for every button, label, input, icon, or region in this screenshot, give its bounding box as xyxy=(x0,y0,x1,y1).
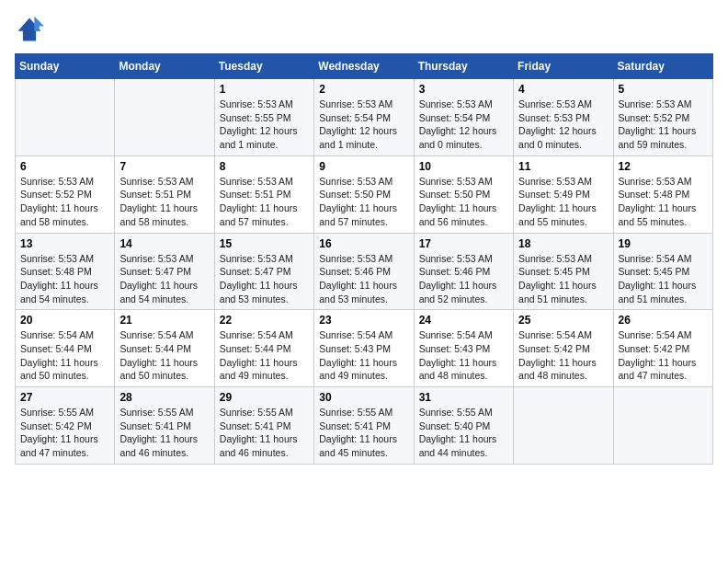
day-info: Sunrise: 5:54 AM Sunset: 5:44 PM Dayligh… xyxy=(119,328,209,383)
day-info: Sunrise: 5:53 AM Sunset: 5:46 PM Dayligh… xyxy=(419,252,508,306)
calendar-cell: 20Sunrise: 5:54 AM Sunset: 5:44 PM Dayli… xyxy=(16,310,115,387)
calendar-cell: 21Sunrise: 5:54 AM Sunset: 5:44 PM Dayli… xyxy=(115,310,214,387)
day-info: Sunrise: 5:55 AM Sunset: 5:42 PM Dayligh… xyxy=(20,406,109,460)
weekday-header: Thursday xyxy=(414,54,513,79)
calendar-cell: 24Sunrise: 5:54 AM Sunset: 5:43 PM Dayli… xyxy=(414,310,513,387)
day-number: 11 xyxy=(518,160,608,173)
day-info: Sunrise: 5:53 AM Sunset: 5:45 PM Dayligh… xyxy=(518,252,608,306)
day-number: 22 xyxy=(220,314,309,327)
calendar-cell: 11Sunrise: 5:53 AM Sunset: 5:49 PM Dayli… xyxy=(514,155,613,233)
calendar-cell: 13Sunrise: 5:53 AM Sunset: 5:48 PM Dayli… xyxy=(16,233,115,310)
calendar-cell: 16Sunrise: 5:53 AM Sunset: 5:46 PM Dayli… xyxy=(314,233,414,310)
calendar-cell: 9Sunrise: 5:53 AM Sunset: 5:50 PM Daylig… xyxy=(314,155,414,233)
day-number: 13 xyxy=(20,237,109,250)
day-number: 1 xyxy=(220,83,309,96)
calendar-week-row: 20Sunrise: 5:54 AM Sunset: 5:44 PM Dayli… xyxy=(16,310,713,387)
weekday-header: Wednesday xyxy=(314,54,414,79)
day-number: 25 xyxy=(518,314,608,327)
day-info: Sunrise: 5:53 AM Sunset: 5:51 PM Dayligh… xyxy=(220,175,309,229)
day-info: Sunrise: 5:53 AM Sunset: 5:54 PM Dayligh… xyxy=(419,98,508,152)
calendar-cell: 7Sunrise: 5:53 AM Sunset: 5:51 PM Daylig… xyxy=(115,155,214,233)
calendar-cell xyxy=(514,387,613,465)
calendar-cell: 19Sunrise: 5:54 AM Sunset: 5:45 PM Dayli… xyxy=(613,233,712,310)
logo-icon xyxy=(15,15,44,44)
day-info: Sunrise: 5:55 AM Sunset: 5:40 PM Dayligh… xyxy=(419,406,508,460)
day-number: 8 xyxy=(220,160,309,173)
day-info: Sunrise: 5:54 AM Sunset: 5:45 PM Dayligh… xyxy=(619,252,708,306)
day-number: 2 xyxy=(319,83,408,96)
day-info: Sunrise: 5:53 AM Sunset: 5:46 PM Dayligh… xyxy=(319,252,408,306)
calendar-week-row: 1Sunrise: 5:53 AM Sunset: 5:55 PM Daylig… xyxy=(16,79,713,156)
svg-marker-1 xyxy=(34,17,44,31)
day-number: 4 xyxy=(518,83,608,96)
day-number: 14 xyxy=(119,237,209,250)
logo xyxy=(15,15,48,44)
day-info: Sunrise: 5:53 AM Sunset: 5:52 PM Dayligh… xyxy=(20,175,109,229)
day-number: 28 xyxy=(119,391,209,404)
day-number: 6 xyxy=(20,160,109,173)
day-info: Sunrise: 5:54 AM Sunset: 5:43 PM Dayligh… xyxy=(419,328,508,383)
calendar-cell: 30Sunrise: 5:55 AM Sunset: 5:41 PM Dayli… xyxy=(314,387,414,465)
calendar-cell: 26Sunrise: 5:54 AM Sunset: 5:42 PM Dayli… xyxy=(613,310,712,387)
calendar-cell: 4Sunrise: 5:53 AM Sunset: 5:53 PM Daylig… xyxy=(514,79,613,156)
calendar-cell: 29Sunrise: 5:55 AM Sunset: 5:41 PM Dayli… xyxy=(214,387,313,465)
day-info: Sunrise: 5:54 AM Sunset: 5:42 PM Dayligh… xyxy=(619,328,708,383)
day-number: 15 xyxy=(220,237,309,250)
day-info: Sunrise: 5:53 AM Sunset: 5:47 PM Dayligh… xyxy=(220,252,309,306)
calendar-cell xyxy=(16,79,115,156)
calendar-week-row: 13Sunrise: 5:53 AM Sunset: 5:48 PM Dayli… xyxy=(16,233,713,310)
calendar-cell: 8Sunrise: 5:53 AM Sunset: 5:51 PM Daylig… xyxy=(214,155,313,233)
day-number: 26 xyxy=(619,314,708,327)
page-header xyxy=(15,15,713,44)
day-number: 12 xyxy=(619,160,708,173)
calendar-cell xyxy=(115,79,214,156)
calendar-week-row: 6Sunrise: 5:53 AM Sunset: 5:52 PM Daylig… xyxy=(16,155,713,233)
day-info: Sunrise: 5:54 AM Sunset: 5:44 PM Dayligh… xyxy=(20,328,109,383)
calendar-cell: 23Sunrise: 5:54 AM Sunset: 5:43 PM Dayli… xyxy=(314,310,414,387)
day-info: Sunrise: 5:53 AM Sunset: 5:50 PM Dayligh… xyxy=(319,175,408,229)
calendar-cell: 5Sunrise: 5:53 AM Sunset: 5:52 PM Daylig… xyxy=(613,79,712,156)
calendar-cell: 28Sunrise: 5:55 AM Sunset: 5:41 PM Dayli… xyxy=(115,387,214,465)
day-info: Sunrise: 5:55 AM Sunset: 5:41 PM Dayligh… xyxy=(119,406,209,460)
calendar-cell: 3Sunrise: 5:53 AM Sunset: 5:54 PM Daylig… xyxy=(414,79,513,156)
day-number: 3 xyxy=(419,83,508,96)
day-number: 29 xyxy=(220,391,309,404)
day-info: Sunrise: 5:53 AM Sunset: 5:48 PM Dayligh… xyxy=(619,175,708,229)
weekday-header: Sunday xyxy=(16,54,115,79)
day-info: Sunrise: 5:53 AM Sunset: 5:51 PM Dayligh… xyxy=(119,175,209,229)
calendar-header-row: SundayMondayTuesdayWednesdayThursdayFrid… xyxy=(16,54,713,79)
day-info: Sunrise: 5:53 AM Sunset: 5:55 PM Dayligh… xyxy=(220,98,309,152)
calendar-cell: 22Sunrise: 5:54 AM Sunset: 5:44 PM Dayli… xyxy=(214,310,313,387)
day-info: Sunrise: 5:55 AM Sunset: 5:41 PM Dayligh… xyxy=(319,406,408,460)
calendar-cell: 17Sunrise: 5:53 AM Sunset: 5:46 PM Dayli… xyxy=(414,233,513,310)
day-info: Sunrise: 5:53 AM Sunset: 5:54 PM Dayligh… xyxy=(319,98,408,152)
calendar-cell: 18Sunrise: 5:53 AM Sunset: 5:45 PM Dayli… xyxy=(514,233,613,310)
day-number: 30 xyxy=(319,391,408,404)
day-info: Sunrise: 5:53 AM Sunset: 5:52 PM Dayligh… xyxy=(619,98,708,152)
calendar-cell: 25Sunrise: 5:54 AM Sunset: 5:42 PM Dayli… xyxy=(514,310,613,387)
calendar-cell: 6Sunrise: 5:53 AM Sunset: 5:52 PM Daylig… xyxy=(16,155,115,233)
day-info: Sunrise: 5:53 AM Sunset: 5:48 PM Dayligh… xyxy=(20,252,109,306)
day-info: Sunrise: 5:54 AM Sunset: 5:44 PM Dayligh… xyxy=(220,328,309,383)
day-number: 19 xyxy=(619,237,708,250)
day-number: 7 xyxy=(119,160,209,173)
day-info: Sunrise: 5:53 AM Sunset: 5:50 PM Dayligh… xyxy=(419,175,508,229)
weekday-header: Monday xyxy=(115,54,214,79)
day-number: 9 xyxy=(319,160,408,173)
day-number: 10 xyxy=(419,160,508,173)
day-number: 17 xyxy=(419,237,508,250)
day-number: 18 xyxy=(518,237,608,250)
calendar-cell: 12Sunrise: 5:53 AM Sunset: 5:48 PM Dayli… xyxy=(613,155,712,233)
day-number: 16 xyxy=(319,237,408,250)
day-number: 24 xyxy=(419,314,508,327)
weekday-header: Friday xyxy=(514,54,613,79)
day-number: 31 xyxy=(419,391,508,404)
day-info: Sunrise: 5:53 AM Sunset: 5:53 PM Dayligh… xyxy=(518,98,608,152)
day-info: Sunrise: 5:53 AM Sunset: 5:49 PM Dayligh… xyxy=(518,175,608,229)
day-number: 21 xyxy=(119,314,209,327)
calendar-cell: 10Sunrise: 5:53 AM Sunset: 5:50 PM Dayli… xyxy=(414,155,513,233)
day-number: 27 xyxy=(20,391,109,404)
day-number: 5 xyxy=(619,83,708,96)
day-info: Sunrise: 5:54 AM Sunset: 5:43 PM Dayligh… xyxy=(319,328,408,383)
day-info: Sunrise: 5:53 AM Sunset: 5:47 PM Dayligh… xyxy=(119,252,209,306)
